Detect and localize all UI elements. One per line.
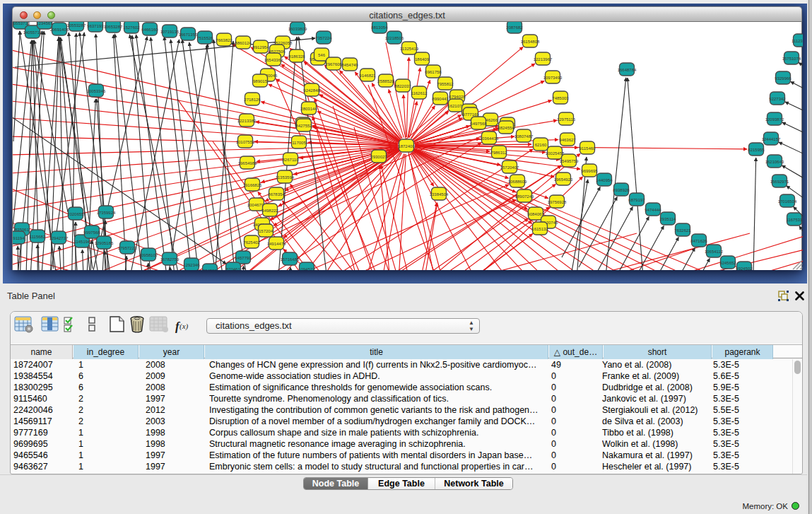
svg-text:924502: 924502 (203, 269, 218, 271)
svg-text:9777169: 9777169 (462, 112, 479, 117)
svg-text:7955812: 7955812 (437, 82, 454, 86)
svg-text:10958107: 10958107 (139, 253, 158, 257)
svg-text:10107552: 10107552 (236, 140, 255, 144)
svg-text:8427552: 8427552 (295, 124, 312, 128)
svg-text:19654923: 19654923 (554, 177, 573, 182)
svg-text:11325419: 11325419 (400, 47, 419, 51)
svg-text:16648784: 16648784 (618, 68, 637, 72)
svg-text:18907249: 18907249 (515, 194, 534, 199)
svg-text:12975115: 12975115 (557, 117, 576, 122)
svg-text:12213967: 12213967 (534, 57, 553, 62)
svg-text:8267110: 8267110 (283, 158, 300, 162)
svg-text:16671355: 16671355 (179, 33, 198, 37)
svg-text:2087682: 2087682 (506, 25, 523, 30)
svg-text:117005: 117005 (292, 141, 306, 145)
svg-text:20053346: 20053346 (87, 89, 106, 93)
svg-text:8912954: 8912954 (252, 45, 269, 49)
svg-text:9924502: 9924502 (736, 267, 753, 271)
svg-text:5498222: 5498222 (261, 209, 278, 213)
svg-text:19654983: 19654983 (238, 161, 257, 165)
svg-text:9457791: 9457791 (235, 256, 252, 260)
svg-text:12218506: 12218506 (385, 36, 404, 40)
svg-text:9474444: 9474444 (645, 208, 661, 212)
svg-text:17016504: 17016504 (778, 199, 797, 204)
svg-text:15716485: 15716485 (281, 257, 300, 262)
svg-text:6794028: 6794028 (449, 95, 466, 99)
svg-text:10973493: 10973493 (543, 76, 563, 80)
svg-text:391194: 391194 (13, 236, 25, 240)
svg-text:8822037: 8822037 (394, 84, 411, 88)
svg-text:16543362: 16543362 (264, 58, 283, 62)
svg-text:1234567: 1234567 (36, 22, 53, 25)
svg-text:1094522: 1094522 (298, 267, 315, 271)
svg-text:6879197: 6879197 (628, 198, 645, 202)
svg-text:7625402: 7625402 (243, 240, 260, 245)
svg-text:9146821: 9146821 (359, 74, 376, 78)
svg-text:1872400: 1872400 (398, 144, 415, 148)
svg-text:11123452: 11123452 (792, 39, 803, 43)
svg-text:9084067: 9084067 (527, 212, 544, 216)
svg-text:12942737: 12942737 (49, 236, 69, 240)
svg-text:10653287: 10653287 (104, 25, 123, 29)
svg-text:1162612: 1162612 (411, 91, 428, 95)
svg-text:870461: 870461 (226, 267, 241, 271)
svg-text:9699695: 9699695 (581, 169, 598, 173)
svg-text:2930027: 2930027 (370, 155, 387, 159)
svg-text:12444157: 12444157 (762, 137, 781, 141)
svg-text:15720407: 15720407 (500, 165, 519, 170)
svg-text:8215955: 8215955 (748, 148, 765, 152)
svg-text:62160: 62160 (535, 143, 547, 147)
svg-text:1615132: 1615132 (531, 227, 548, 231)
svg-text:3824554: 3824554 (498, 126, 514, 130)
svg-text:2803144: 2803144 (300, 107, 317, 111)
svg-text:14055714: 14055714 (23, 30, 42, 35)
svg-text:6961758: 6961758 (425, 70, 442, 74)
svg-text:2020655: 2020655 (67, 212, 84, 216)
svg-text:989015: 989015 (253, 79, 268, 83)
svg-text:1167531: 1167531 (787, 218, 803, 222)
svg-text:1440954: 1440954 (596, 178, 613, 182)
svg-text:9637193: 9637193 (87, 24, 104, 28)
svg-text:10719135: 10719135 (160, 30, 180, 34)
svg-text:20553713: 20553713 (13, 22, 30, 25)
svg-text:546: 546 (318, 53, 326, 57)
svg-text:7986312: 7986312 (490, 151, 507, 155)
svg-text:13384504: 13384504 (430, 192, 449, 197)
svg-text:9997568: 9997568 (83, 230, 100, 235)
svg-text:7485003: 7485003 (552, 96, 569, 100)
svg-text:2967608: 2967608 (325, 62, 342, 66)
svg-text:15692971: 15692971 (770, 180, 789, 184)
svg-text:17957223: 17957223 (118, 246, 137, 250)
svg-text:7632621: 7632621 (674, 228, 691, 233)
svg-text:10553287: 10553287 (67, 23, 86, 28)
svg-text:7515526: 7515526 (196, 36, 213, 40)
svg-text:9227342: 9227342 (769, 97, 786, 101)
svg-text:8186328: 8186328 (288, 54, 305, 59)
svg-text:20364436: 20364436 (480, 136, 499, 141)
svg-text:16154808: 16154808 (521, 40, 540, 44)
svg-text:7663822: 7663822 (216, 38, 233, 42)
svg-text:8990443: 8990443 (432, 97, 449, 101)
svg-text:8938928: 8938928 (613, 188, 630, 192)
svg-text:2935114: 2935114 (660, 217, 677, 221)
svg-text:20691406: 20691406 (50, 28, 69, 32)
svg-text:6497568: 6497568 (470, 122, 487, 126)
svg-text:1145194: 1145194 (74, 240, 91, 244)
svg-text:1292346: 1292346 (183, 263, 200, 267)
svg-text:17359924: 17359924 (97, 211, 116, 215)
svg-text:(x): (x) (180, 322, 189, 331)
svg-text:9115460: 9115460 (579, 146, 596, 151)
svg-text:2718126: 2718126 (244, 98, 261, 102)
svg-text:2588520: 2588520 (377, 79, 394, 83)
svg-text:8860124: 8860124 (235, 41, 252, 45)
svg-text:186409: 186409 (415, 57, 430, 62)
svg-text:10025458: 10025458 (546, 151, 565, 156)
svg-text:9242848: 9242848 (303, 88, 320, 93)
svg-text:8471626: 8471626 (690, 239, 707, 243)
svg-text:157204: 157204 (259, 229, 273, 233)
svg-text:1115682: 1115682 (30, 235, 46, 239)
svg-text:12905185: 12905185 (95, 241, 114, 245)
svg-text:16210643: 16210643 (765, 160, 784, 164)
svg-text:6466160: 6466160 (141, 28, 158, 32)
svg-text:7357224: 7357224 (315, 36, 332, 40)
